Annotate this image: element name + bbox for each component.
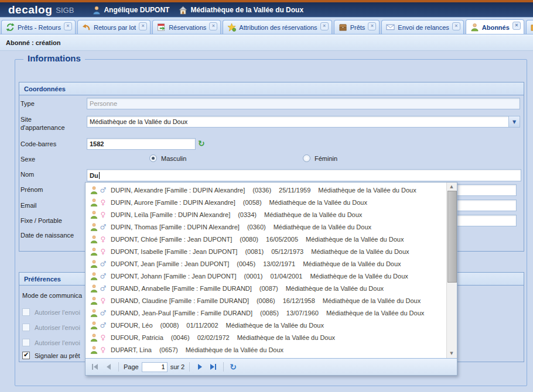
radio-feminin[interactable]: Féminin [303, 154, 337, 162]
subscriber-name: DUPIN, Aurore [Famille : DUPIN Alexandre… [111, 199, 235, 206]
current-user: Angélique DUPONT [104, 6, 169, 14]
refresh-icon[interactable]: ↻ [230, 362, 237, 372]
radio-icon[interactable] [149, 154, 157, 162]
tab-envoi-relances[interactable]: Envoi de relances × [381, 20, 463, 34]
barcode-field[interactable]: 1582 [87, 138, 196, 150]
prev-page-button[interactable] [103, 362, 114, 372]
tab-label: Abonnés [482, 24, 510, 31]
subscriber-site: Médiathèque de la Vallée du Doux [303, 260, 401, 267]
next-page-button[interactable] [194, 362, 205, 372]
close-tab-icon[interactable]: × [452, 22, 460, 30]
tab-prets[interactable]: Prêts × [334, 20, 380, 34]
page-title: Informations [23, 53, 85, 63]
close-tab-icon[interactable]: × [320, 22, 329, 30]
close-tab-icon[interactable]: × [512, 22, 521, 30]
tab-label: Retours par lot [94, 24, 136, 31]
assign-reservation-icon [227, 23, 236, 32]
first-page-button[interactable] [90, 362, 100, 372]
subscriber-code: (0045) [237, 260, 255, 267]
tab-prets-retours[interactable]: Prêts - Retours × [1, 20, 76, 34]
nom-input[interactable]: Du [87, 169, 521, 181]
tab-retours-par-lot[interactable]: Retours par lot × [77, 20, 151, 34]
pager-separator [223, 362, 224, 372]
subscriber-code: (0046) [171, 334, 190, 341]
subscriber-code: (0008) [160, 322, 179, 329]
subscriber-birthdate: 25/11/1959 [279, 187, 310, 194]
scrollbar-thumb[interactable] [447, 191, 457, 283]
list-item[interactable]: ♂ DUPONT, Johann [Famille : Jean DUPONT]… [86, 270, 457, 282]
mail-icon [386, 23, 395, 32]
breadcrumb-text: Abonné : création [6, 39, 61, 46]
subscriber-site: Médiathèque de la Vallée du Doux [318, 187, 416, 194]
site-select[interactable]: Médiathèque de la Vallée du Doux ▼ [87, 116, 520, 128]
app-logo: decalog [8, 4, 52, 16]
subscriber-birthdate: 16/12/1958 [283, 297, 315, 304]
scroll-up-icon[interactable]: ▲ [447, 183, 456, 191]
subscriber-site: Médiathèque de la Vallée du Doux [306, 236, 404, 243]
list-item[interactable]: ♂ DUPIN, Thomas [Famille : DUPIN Alexand… [86, 221, 457, 233]
radio-icon[interactable] [303, 154, 310, 162]
checkbox-checked-icon[interactable] [22, 352, 30, 359]
tab-abonnes[interactable]: Abonnés × [466, 19, 524, 35]
subscriber-code: (0081) [245, 248, 264, 255]
checkbox-autoriser-envoi-2[interactable]: Autoriser l'envoi [22, 324, 80, 331]
subscriber-birthdate: 05/12/1973 [271, 248, 303, 255]
subscriber-site: Médiathèque de la Vallée du Doux [264, 211, 362, 218]
person-icon [90, 235, 98, 243]
list-item[interactable]: ♀ DURAND, Claudine [Famille : Famille DU… [86, 294, 457, 307]
person-icon [90, 186, 98, 194]
person-icon [90, 223, 98, 231]
checkbox-signaler-au-pret[interactable]: Signaler au prêt [22, 352, 80, 359]
tab-reservations[interactable]: Réservations × [152, 20, 221, 34]
checkbox-icon[interactable] [22, 308, 30, 316]
page-number-input[interactable] [142, 362, 168, 372]
person-icon [90, 284, 98, 293]
barcode-refresh-icon[interactable]: ↻ [198, 139, 205, 147]
tab-label: Prêts - Retours [18, 24, 61, 31]
close-tab-icon[interactable]: × [64, 22, 72, 30]
close-tab-icon[interactable]: × [139, 22, 147, 30]
subscriber-site: Médiathèque de la Vallée du Doux [310, 273, 408, 280]
subscriber-code: (0086) [257, 297, 275, 304]
dropdown-pager: Page sur 2 ↻ [86, 358, 457, 375]
subscriber-name: DUFOUR, Patricia [111, 334, 163, 341]
subscriber-birthdate: 16/05/2005 [266, 236, 298, 243]
app-header: decalog SIGB Angélique DUPONT Médiathèqu… [0, 2, 533, 18]
list-item[interactable]: ♀ DUPIN, Aurore [Famille : DUPIN Alexand… [86, 196, 457, 208]
list-item[interactable]: ♂ DURAND, Jean-Paul [Famille : Famille D… [86, 307, 457, 319]
list-item[interactable]: ♀ DUFOUR, Patricia (0046) 02/02/1972 Méd… [86, 331, 457, 343]
list-item[interactable]: ♀ DUPART, Lina (0657) Médiathèque de la … [86, 343, 457, 356]
dropdown-scrollbar[interactable]: ▲ ▼ [446, 183, 457, 358]
subscriber-code: (0336) [252, 187, 271, 194]
subscriber-name: DUPONT, Chloé [Famille : Jean DUPONT] [111, 236, 232, 243]
close-tab-icon[interactable]: × [209, 22, 217, 30]
tab-regroupement[interactable]: Regroupem [526, 20, 533, 34]
list-item[interactable]: ♀ DUPONT, Isabelle [Famille : Jean DUPON… [86, 245, 457, 257]
checkbox-autoriser-envoi-3[interactable]: Autoriser l'envoi [22, 339, 80, 346]
gender-icon: ♀ [100, 198, 107, 207]
email-label: Email [20, 202, 37, 209]
checkbox-icon[interactable] [22, 339, 30, 346]
subscriber-name: DUFOUR, Léo [111, 322, 153, 329]
subscriber-name: DUPONT, Isabelle [Famille : Jean DUPONT] [111, 248, 237, 255]
close-tab-icon[interactable]: × [368, 22, 376, 30]
scroll-down-icon[interactable]: ▼ [447, 349, 456, 358]
list-item[interactable]: ♂ DUPIN, Alexandre [Famille : DUPIN Alex… [86, 184, 457, 196]
subscriber-site: Médiathèque de la Vallée du Doux [226, 322, 324, 329]
last-page-button[interactable] [208, 362, 218, 372]
checkbox-icon[interactable] [22, 324, 30, 331]
tab-label: Attribution des réservations [239, 24, 317, 31]
gender-icon: ♀ [100, 211, 107, 219]
checkbox-autoriser-envoi-1[interactable]: Autoriser l'envoi [22, 308, 80, 316]
list-item[interactable]: ♀ DUPONT, Chloé [Famille : Jean DUPONT] … [86, 233, 457, 245]
list-item[interactable]: ♀ DUPIN, Leïla [Famille : DUPIN Alexandr… [86, 208, 457, 221]
chevron-down-icon[interactable]: ▼ [508, 116, 520, 127]
list-item[interactable]: ♂ DUPONT, Jean [Famille : Jean DUPONT] (… [86, 257, 457, 270]
tab-attribution-reservations[interactable]: Attribution des réservations × [223, 20, 332, 34]
type-label: Type [20, 100, 35, 107]
radio-masculin[interactable]: Masculin [149, 154, 186, 162]
list-item[interactable]: ♂ DUFOUR, Léo (0008) 01/11/2002 Médiathè… [86, 319, 457, 331]
list-item[interactable]: ♂ DURAND, Annabelle [Famille : Famille D… [86, 282, 457, 294]
grouping-icon [531, 23, 533, 32]
reservation-icon [157, 23, 166, 32]
